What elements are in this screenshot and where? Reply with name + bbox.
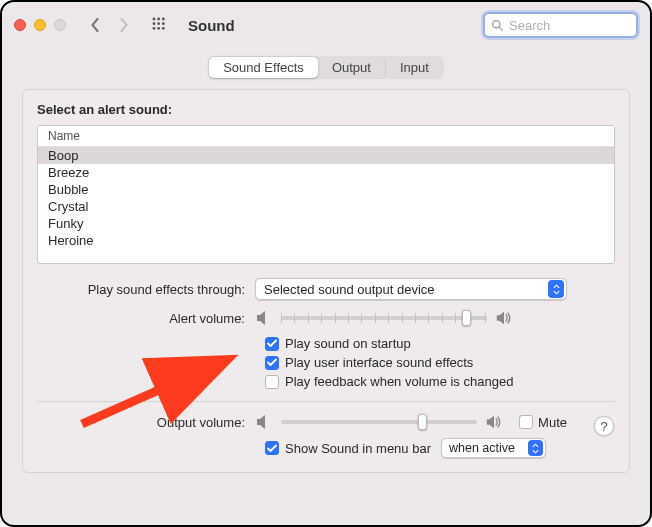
- mute-checkbox[interactable]: [519, 415, 533, 429]
- play-through-dropdown[interactable]: Selected sound output device: [255, 278, 567, 300]
- window-title: Sound: [188, 17, 235, 34]
- search-field-wrap[interactable]: [483, 12, 638, 38]
- play-startup-label: Play sound on startup: [285, 336, 411, 351]
- stepper-icon: [548, 280, 564, 298]
- alert-volume-label: Alert volume:: [37, 311, 255, 326]
- play-ui-sounds-label: Play user interface sound effects: [285, 355, 473, 370]
- divider: [37, 401, 615, 402]
- main-panel: Select an alert sound: Name Boop Breeze …: [22, 89, 630, 473]
- play-feedback-label: Play feedback when volume is changed: [285, 374, 513, 389]
- show-menu-bar-checkbox[interactable]: [265, 441, 279, 455]
- output-volume-slider[interactable]: [281, 420, 477, 424]
- speaker-low-icon: [255, 310, 273, 326]
- zoom-window-button: [54, 19, 66, 31]
- svg-point-5: [162, 22, 165, 25]
- minimize-window-button[interactable]: [34, 19, 46, 31]
- show-menu-bar-dropdown[interactable]: when active: [441, 438, 546, 458]
- svg-point-2: [162, 18, 165, 21]
- show-all-button[interactable]: [152, 17, 168, 33]
- play-through-value: Selected sound output device: [264, 282, 435, 297]
- alert-sound-item[interactable]: Breeze: [38, 164, 614, 181]
- tab-sound-effects[interactable]: Sound Effects: [209, 57, 318, 78]
- alert-sound-item[interactable]: Heroine: [38, 232, 614, 249]
- mute-label: Mute: [538, 415, 567, 430]
- alert-sound-item[interactable]: Boop: [38, 147, 614, 164]
- alert-sound-label: Select an alert sound:: [37, 102, 615, 117]
- alert-volume-slider[interactable]: [281, 316, 487, 320]
- help-button[interactable]: ?: [594, 416, 614, 436]
- svg-point-8: [162, 27, 165, 30]
- svg-line-10: [499, 27, 502, 30]
- svg-point-1: [157, 18, 160, 21]
- search-icon: [491, 19, 504, 32]
- tab-bar: Sound Effects Output Input: [208, 56, 444, 79]
- back-button[interactable]: [86, 16, 104, 34]
- slider-thumb[interactable]: [462, 310, 471, 326]
- forward-button: [114, 16, 132, 34]
- alert-sound-item[interactable]: Crystal: [38, 198, 614, 215]
- window-controls: [14, 19, 66, 31]
- play-ui-sounds-checkbox[interactable]: [265, 356, 279, 370]
- play-feedback-checkbox[interactable]: [265, 375, 279, 389]
- close-window-button[interactable]: [14, 19, 26, 31]
- svg-point-7: [157, 27, 160, 30]
- show-menu-bar-label: Show Sound in menu bar: [285, 441, 431, 456]
- svg-point-4: [157, 22, 160, 25]
- sound-preferences-window: Sound Sound Effects Output Input Select …: [0, 0, 652, 527]
- speaker-low-icon: [255, 414, 273, 430]
- alert-sound-item[interactable]: Funky: [38, 215, 614, 232]
- tab-input[interactable]: Input: [386, 57, 443, 78]
- svg-point-6: [153, 27, 156, 30]
- play-through-label: Play sound effects through:: [37, 282, 255, 297]
- stepper-icon: [528, 440, 543, 456]
- alert-sound-column-name[interactable]: Name: [38, 126, 614, 147]
- show-menu-bar-value: when active: [449, 441, 515, 455]
- alert-sound-list[interactable]: Name Boop Breeze Bubble Crystal Funky He…: [37, 125, 615, 264]
- svg-point-3: [153, 22, 156, 25]
- slider-thumb[interactable]: [418, 414, 427, 430]
- speaker-high-icon: [485, 414, 503, 430]
- svg-point-0: [153, 18, 156, 21]
- alert-sound-item[interactable]: Bubble: [38, 181, 614, 198]
- search-input[interactable]: [509, 18, 630, 33]
- play-startup-checkbox[interactable]: [265, 337, 279, 351]
- output-volume-label: Output volume:: [37, 415, 255, 430]
- speaker-high-icon: [495, 310, 513, 326]
- titlebar: Sound: [2, 2, 650, 48]
- tab-output[interactable]: Output: [318, 57, 386, 78]
